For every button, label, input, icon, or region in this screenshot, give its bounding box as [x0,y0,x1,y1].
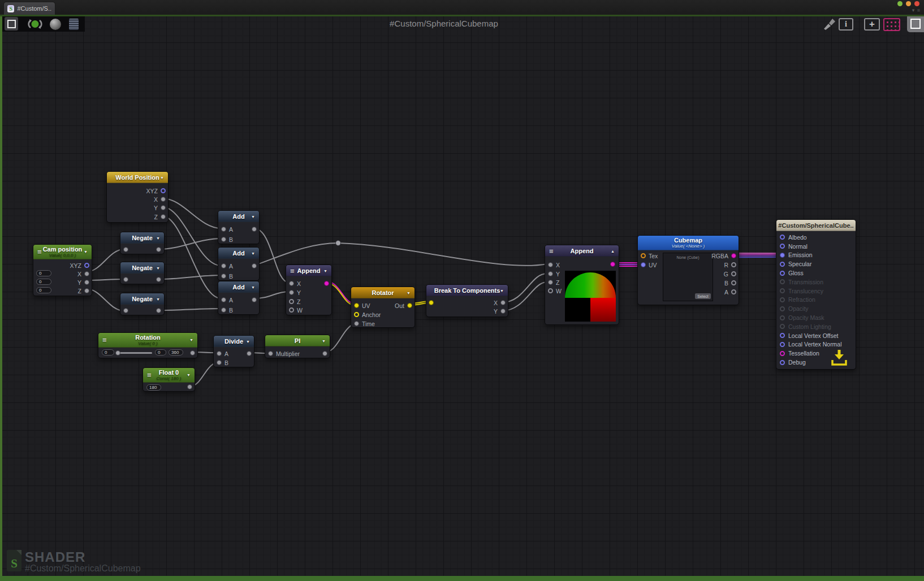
node-negate-3[interactable]: Negate▼ [120,293,165,315]
port-out[interactable] [322,351,327,356]
port-out-a[interactable] [731,289,736,294]
dropdown-icon[interactable]: ▼ [251,214,255,218]
port-in[interactable] [780,315,785,320]
port-in[interactable] [780,342,785,347]
dropdown-icon[interactable]: ▼ [156,266,160,270]
node-float-0[interactable]: ≡Float 0Const( 180 )▼ 180 [143,367,195,392]
node-break-to-components[interactable]: Break To Components▼ X Y [426,284,508,317]
slider-track[interactable] [117,352,152,354]
port-out-x[interactable] [500,300,506,305]
node-rotator[interactable]: Rotator▼ UV Anchor Time Out [351,287,415,328]
port-out-xyz[interactable] [84,263,89,268]
port-out-rgba[interactable] [731,253,736,258]
port-out[interactable] [252,297,257,302]
port-in[interactable] [780,297,785,302]
master-item-translucency[interactable]: Translucency [780,287,853,296]
port-out-z[interactable] [161,214,166,219]
collapse-icon[interactable]: ▲ [611,249,615,253]
dropdown-icon[interactable]: ▼ [84,249,88,254]
port-in-multiplier[interactable] [268,351,273,356]
port-in-b[interactable] [221,274,226,279]
master-item-opacity[interactable]: Opacity [780,304,853,313]
port-in[interactable] [780,351,785,356]
master-item-opacity-mask[interactable]: Opacity Mask [780,313,853,322]
port-out[interactable] [252,227,257,232]
dropdown-icon[interactable]: ▼ [407,290,411,294]
master-item-transmission[interactable]: Transmission [780,278,853,287]
dropdown-icon[interactable]: ▼ [251,285,255,289]
port-in[interactable] [780,324,785,329]
port-in-w[interactable] [289,307,294,313]
menu-icon[interactable]: ≡ [147,371,152,379]
dropdown-icon[interactable]: ▼ [189,337,193,342]
port-out-y[interactable] [161,205,166,210]
port-in-b[interactable] [217,360,222,365]
port-in[interactable] [780,253,785,258]
port-out-b[interactable] [731,280,736,285]
node-add-1[interactable]: Add▼ A B [218,210,260,244]
dropdown-icon[interactable]: ▼ [160,175,164,179]
port-in-x[interactable] [548,262,553,267]
port-in[interactable] [780,288,785,293]
node-add-3[interactable]: Add▼ A B [218,281,260,315]
port-in-a[interactable] [217,351,222,356]
dropdown-icon[interactable]: ▼ [500,288,504,292]
node-add-2[interactable]: Add▼ A B [218,247,260,281]
node-append-2[interactable]: ≡Append▲ X Y Z W [545,245,619,325]
node-divide[interactable]: Divide▼ A B [213,335,254,367]
port-out[interactable] [407,303,412,308]
port-in[interactable] [780,271,785,276]
cubemap-texture-slot[interactable]: None (Cube) Select [663,253,713,301]
port-in-b[interactable] [221,307,226,313]
master-item-custom-lighting[interactable]: Custom Lighting [780,322,853,331]
node-cubemap[interactable]: CubemapValue( <None> ) Tex UV None (Cube… [637,235,739,305]
port-in-y[interactable] [289,290,294,295]
port-in[interactable] [780,235,785,240]
port-out[interactable] [247,351,252,356]
port-in[interactable] [780,360,785,365]
port-in-z[interactable] [289,299,294,304]
dropdown-icon[interactable]: ▼ [187,372,191,377]
port-in-tex[interactable] [641,253,646,258]
port-in-a[interactable] [221,297,226,302]
master-item-local-vertex-offset[interactable]: Local Vertex Offset [780,331,853,340]
port-out-y[interactable] [84,280,89,285]
node-negate-1[interactable]: Negate▼ [120,232,165,254]
port-in-w[interactable] [548,288,553,293]
port-out[interactable] [324,281,329,286]
port-out[interactable] [156,308,161,313]
port-in[interactable] [780,279,785,284]
master-item-refraction[interactable]: Refraction [780,296,853,305]
node-shader-master[interactable]: #Custom/SphericalCube.. Albedo Normal Em… [776,219,856,370]
port-in-uv[interactable] [354,303,359,308]
port-out-x[interactable] [161,197,166,202]
port-in[interactable] [780,244,785,249]
port-out-x[interactable] [84,271,89,276]
port-in-a[interactable] [221,263,226,268]
port-in-b[interactable] [221,237,226,242]
port-in-anchor[interactable] [354,312,359,317]
node-cam-position[interactable]: ≡Cam positionValue( 0,0,0 )▼ XYZ X Y Z 0… [33,244,92,296]
port-in[interactable] [123,277,128,282]
port-in-x[interactable] [289,281,294,286]
port-out-y[interactable] [500,309,506,314]
port-out[interactable] [610,262,615,267]
port-out[interactable] [187,384,192,389]
menu-icon[interactable]: ≡ [549,246,554,255]
dropdown-icon[interactable]: ▼ [156,236,160,240]
slider-handle[interactable] [115,350,120,355]
port-out-r[interactable] [731,262,736,267]
value-field[interactable]: 0 [102,349,114,355]
port-out[interactable] [190,350,195,355]
port-in-a[interactable] [221,227,226,232]
port-out[interactable] [252,263,257,268]
port-in-uv[interactable] [641,262,646,267]
port-out-g[interactable] [731,271,736,276]
menu-icon[interactable]: ≡ [290,266,295,275]
node-pi[interactable]: PI▼ Multiplier [265,335,330,358]
node-world-position[interactable]: World Position▼ XYZ X Y Z [106,171,169,223]
port-in-y[interactable] [548,271,553,276]
menu-icon[interactable]: ≡ [102,336,107,344]
max-field[interactable]: 360 [169,349,183,355]
port-in-time[interactable] [354,321,359,326]
